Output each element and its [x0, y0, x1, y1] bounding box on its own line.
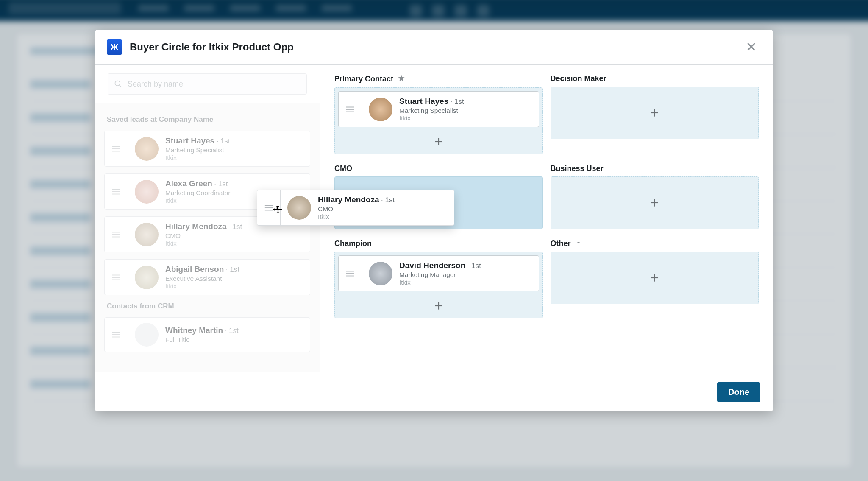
- lead-title: Marketing Specialist: [399, 107, 464, 115]
- avatar: [135, 266, 159, 289]
- lead-card[interactable]: Stuart Hayes · 1st Marketing Specialist …: [104, 131, 310, 167]
- drag-handle-icon[interactable]: [105, 217, 128, 252]
- lead-degree: · 1st: [381, 196, 395, 204]
- drag-handle-icon[interactable]: [339, 92, 362, 127]
- drop-zone[interactable]: [551, 252, 759, 304]
- avatar: [287, 196, 311, 220]
- drop-zone[interactable]: [551, 176, 759, 229]
- lead-degree: · 1st: [228, 223, 242, 231]
- avatar: [135, 223, 159, 246]
- add-button[interactable]: [431, 134, 446, 149]
- modal-header: Ж Buyer Circle for Itkix Product Opp ✕: [95, 30, 773, 65]
- lead-title: CMO: [318, 205, 395, 213]
- done-button[interactable]: Done: [717, 382, 760, 402]
- avatar: [369, 98, 392, 121]
- lead-company: Itkix: [165, 154, 230, 161]
- drop-zone[interactable]: David Henderson · 1st Marketing Manager …: [334, 252, 543, 318]
- slot-label: Business User: [551, 164, 604, 173]
- lead-degree: · 1st: [225, 327, 239, 335]
- lead-card[interactable]: Whitney Martin · 1st Full Title: [104, 317, 310, 352]
- lead-company: Itkix: [165, 197, 230, 204]
- lead-name: Abigail Benson: [165, 265, 224, 274]
- lead-company: Itkix: [399, 279, 481, 286]
- close-icon: ✕: [746, 39, 757, 55]
- lead-company: Itkix: [165, 282, 239, 290]
- lead-name: Hillary Mendoza: [318, 195, 379, 204]
- slot-primary-contact: Primary Contact: [334, 74, 543, 154]
- search-wrap: [95, 65, 320, 103]
- drag-handle-icon[interactable]: [105, 318, 128, 352]
- drag-handle-icon[interactable]: [257, 190, 281, 225]
- lead-title: Marketing Manager: [399, 271, 481, 279]
- drop-zone[interactable]: [551, 87, 759, 139]
- avatar: [135, 137, 159, 161]
- lead-title: Marketing Specialist: [165, 146, 230, 154]
- move-cursor-icon: [273, 204, 284, 215]
- slot-label: CMO: [334, 164, 352, 173]
- slot-label: Primary Contact: [334, 75, 393, 84]
- lead-degree: · 1st: [226, 266, 239, 274]
- drag-handle-icon[interactable]: [105, 260, 128, 295]
- assigned-card[interactable]: David Henderson · 1st Marketing Manager …: [338, 255, 539, 291]
- lead-title: CMO: [165, 232, 242, 240]
- drag-handle-icon[interactable]: [105, 174, 128, 209]
- lead-name: Alexa Green: [165, 179, 212, 188]
- avatar: [369, 262, 392, 285]
- lead-title: Executive Assistant: [165, 275, 239, 282]
- drag-handle-icon[interactable]: [339, 256, 362, 291]
- add-button[interactable]: [647, 270, 662, 285]
- lead-company: Itkix: [165, 240, 242, 247]
- slot-label: Decision Maker: [551, 74, 606, 83]
- slot-other: Other: [551, 239, 759, 318]
- assigned-card[interactable]: Stuart Hayes · 1st Marketing Specialist …: [338, 91, 539, 127]
- avatar: [135, 323, 159, 347]
- drag-ghost[interactable]: Hillary Mendoza · 1st CMO Itkix: [257, 190, 454, 232]
- add-button[interactable]: [647, 195, 662, 210]
- search-field[interactable]: [108, 73, 307, 95]
- lead-title: Full Title: [165, 336, 239, 344]
- lead-degree: · 1st: [217, 137, 230, 145]
- modal-title: Buyer Circle for Itkix Product Opp: [130, 41, 294, 53]
- lead-degree: · 1st: [214, 180, 228, 188]
- lead-degree: · 1st: [451, 98, 464, 106]
- slot-label: Other: [551, 239, 571, 248]
- chevron-down-icon[interactable]: [575, 239, 582, 248]
- lead-name: David Henderson: [399, 261, 465, 270]
- section-saved-leads: Saved leads at Company Name: [107, 115, 308, 124]
- lead-name: Stuart Hayes: [399, 97, 448, 106]
- lead-company: Itkix: [318, 213, 395, 220]
- close-button[interactable]: ✕: [741, 38, 761, 56]
- add-button[interactable]: [647, 105, 662, 120]
- lead-card[interactable]: Abigail Benson · 1st Executive Assistant…: [104, 259, 310, 295]
- avatar: [135, 180, 159, 204]
- star-icon: [398, 74, 405, 84]
- slot-champion: Champion David Henderson: [334, 239, 543, 318]
- lead-title: Marketing Coordinator: [165, 189, 230, 197]
- search-input[interactable]: [127, 79, 300, 89]
- lead-name: Stuart Hayes: [165, 136, 214, 145]
- section-crm-contacts: Contacts from CRM: [107, 302, 308, 310]
- modal-footer: Done: [95, 372, 773, 411]
- slot-business-user: Business User: [551, 164, 759, 229]
- search-icon: [114, 80, 122, 88]
- slot-decision-maker: Decision Maker: [551, 74, 759, 154]
- add-button[interactable]: [431, 298, 446, 313]
- modal-overlay: Ж Buyer Circle for Itkix Product Opp ✕: [0, 0, 868, 481]
- brand-badge: Ж: [107, 39, 122, 55]
- drag-handle-icon[interactable]: [105, 131, 128, 166]
- svg-point-0: [115, 81, 120, 86]
- left-scroll[interactable]: Saved leads at Company Name Stuart Hayes…: [95, 103, 320, 372]
- lead-name: Hillary Mendoza: [165, 222, 227, 231]
- drop-zone[interactable]: Stuart Hayes · 1st Marketing Specialist …: [334, 87, 543, 154]
- lead-degree: · 1st: [467, 262, 481, 270]
- lead-company: Itkix: [399, 115, 464, 122]
- svg-line-1: [120, 85, 121, 87]
- slot-label: Champion: [334, 239, 372, 248]
- lead-name: Whitney Martin: [165, 326, 223, 335]
